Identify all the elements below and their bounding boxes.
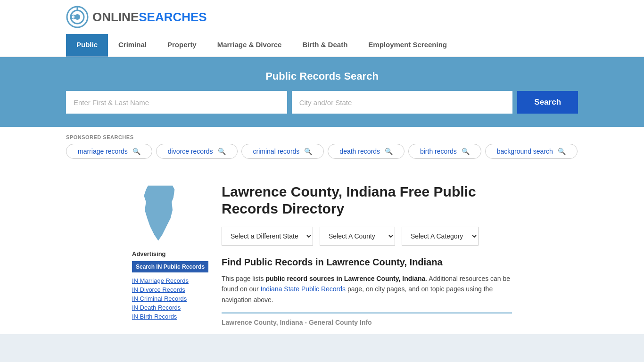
advertising-label: Advertising <box>132 250 212 257</box>
search-button[interactable]: Search <box>517 91 578 114</box>
search-form: Search <box>66 91 578 114</box>
indiana-map <box>132 181 189 243</box>
main-area: Advertising Search IN Public Records IN … <box>66 168 578 334</box>
tag-background[interactable]: background search 🔍 <box>485 144 578 159</box>
nav-birth-death[interactable]: Birth & Death <box>292 34 358 57</box>
nav-criminal[interactable]: Criminal <box>108 34 157 57</box>
sponsored-label: SPONSORED SEARCHES <box>66 134 578 140</box>
logo-icon: G <box>66 6 89 28</box>
tag-divorce-label: divorce records <box>168 148 213 155</box>
sidebar-link-criminal[interactable]: IN Criminal Records <box>132 295 212 302</box>
location-input[interactable] <box>292 91 513 114</box>
search-icon-background: 🔍 <box>558 148 566 155</box>
tag-birth-label: birth records <box>420 148 457 155</box>
search-icon-birth: 🔍 <box>462 148 470 155</box>
body-bold: public record sources in Lawrence County… <box>265 275 425 282</box>
svg-marker-5 <box>144 186 174 241</box>
search-banner: Public Records Search Search <box>0 57 644 127</box>
nav-property[interactable]: Property <box>157 34 207 57</box>
svg-text:G: G <box>71 13 76 21</box>
main-nav: Public Criminal Property Marriage & Divo… <box>0 34 644 57</box>
tag-criminal[interactable]: criminal records 🔍 <box>241 144 324 159</box>
tag-marriage[interactable]: marriage records 🔍 <box>66 144 152 159</box>
tag-death[interactable]: death records 🔍 <box>328 144 405 159</box>
tag-background-label: background search <box>497 148 553 155</box>
body-paragraph: This page lists public record sources in… <box>222 273 512 305</box>
sidebar: Advertising Search IN Public Records IN … <box>132 168 212 334</box>
tag-death-label: death records <box>339 148 380 155</box>
sidebar-link-birth[interactable]: IN Birth Records <box>132 313 212 320</box>
sidebar-link-death[interactable]: IN Death Records <box>132 304 212 311</box>
tag-marriage-label: marriage records <box>78 148 128 155</box>
header: G ONLINESEARCHES <box>0 0 644 34</box>
dropdowns-row: Select a Different State Select A County… <box>222 227 512 246</box>
name-input[interactable] <box>66 91 287 114</box>
county-info-bar: Lawrence County, Indiana - General Count… <box>222 313 512 327</box>
main-content: Lawrence County, Indiana Free Public Rec… <box>222 168 512 334</box>
sidebar-link-divorce[interactable]: IN Divorce Records <box>132 286 212 293</box>
nav-public[interactable]: Public <box>66 34 108 57</box>
nav-marriage-divorce[interactable]: Marriage & Divorce <box>207 34 292 57</box>
logo-text: ONLINESEARCHES <box>92 10 207 25</box>
sponsored-tags: marriage records 🔍 divorce records 🔍 cri… <box>66 144 578 159</box>
tag-birth[interactable]: birth records 🔍 <box>408 144 481 159</box>
logo: G ONLINESEARCHES <box>66 6 207 28</box>
nav-employment[interactable]: Employment Screening <box>358 34 457 57</box>
logo-online: ONLINE <box>92 10 139 24</box>
tag-divorce[interactable]: divorce records 🔍 <box>156 144 238 159</box>
indiana-state-link[interactable]: Indiana State Public Records <box>261 285 346 293</box>
county-dropdown[interactable]: Select A County <box>320 227 395 246</box>
search-banner-title: Public Records Search <box>66 70 578 82</box>
logo-searches: SEARCHES <box>139 10 206 24</box>
sidebar-link-marriage[interactable]: IN Marriage Records <box>132 277 212 284</box>
section-heading: Find Public Records in Lawrence County, … <box>222 257 512 268</box>
search-icon-criminal: 🔍 <box>304 148 312 155</box>
sidebar-ad-button[interactable]: Search IN Public Records <box>132 261 208 272</box>
state-dropdown[interactable]: Select a Different State <box>222 227 313 246</box>
search-icon-divorce: 🔍 <box>218 148 226 155</box>
county-info-label: Lawrence County, Indiana - General Count… <box>222 319 372 326</box>
body-text-1: This page lists <box>222 275 265 282</box>
search-icon-marriage: 🔍 <box>132 148 140 155</box>
search-icon-death: 🔍 <box>385 148 393 155</box>
page-title: Lawrence County, Indiana Free Public Rec… <box>222 183 512 217</box>
category-dropdown[interactable]: Select A Category <box>402 227 479 246</box>
tag-criminal-label: criminal records <box>253 148 300 155</box>
